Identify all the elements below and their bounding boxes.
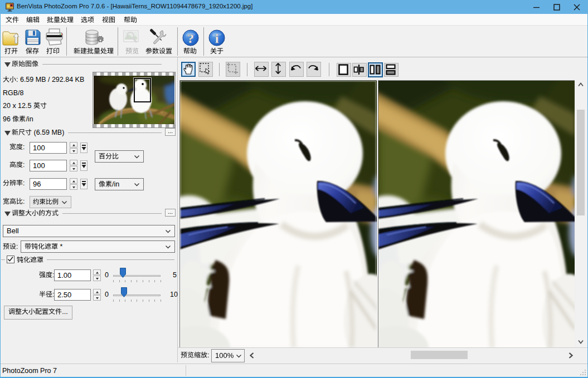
svg-text:?: ? [187,31,194,46]
svg-text:i: i [215,31,219,46]
